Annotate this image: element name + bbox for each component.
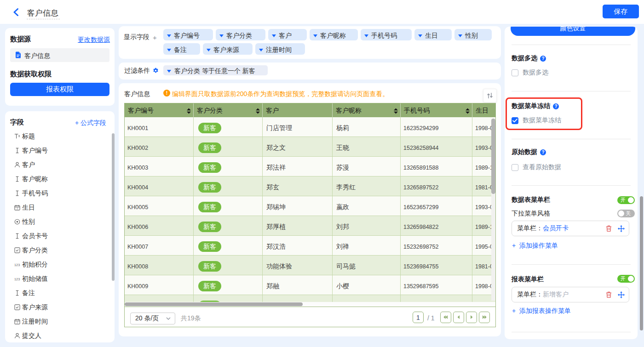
svg-text:7: 7 xyxy=(17,207,18,210)
svg-text:7: 7 xyxy=(17,321,18,324)
svg-text:123: 123 xyxy=(14,263,20,267)
svg-text:123: 123 xyxy=(14,277,20,281)
